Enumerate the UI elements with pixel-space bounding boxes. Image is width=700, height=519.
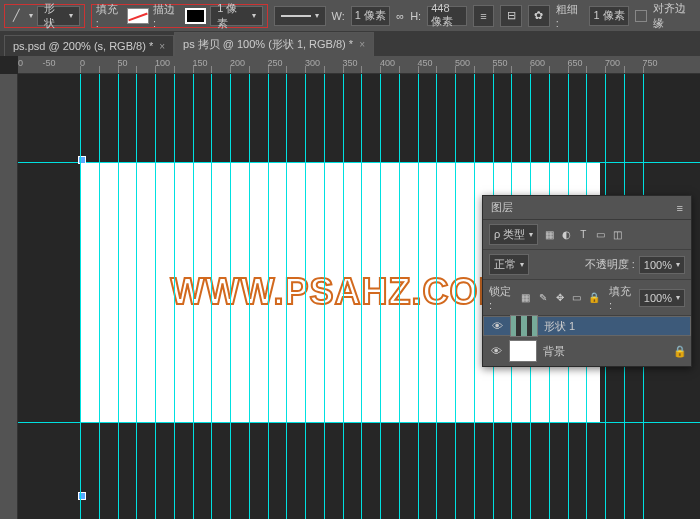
options-bar: ╱ ▾ 形状▾ 填充 : 描边 : 1 像素▾ ▾ W: 1 像素 ∞ H: 4… [0, 0, 700, 32]
guide-vertical[interactable] [474, 74, 475, 519]
solid-line-icon [281, 15, 311, 17]
fill-stroke-group: 填充 : 描边 : 1 像素▾ [91, 4, 268, 28]
stroke-size-select[interactable]: 1 像素▾ [210, 6, 262, 26]
guide-vertical[interactable] [324, 74, 325, 519]
align-icon[interactable]: ≡ [473, 5, 495, 27]
guide-vertical[interactable] [268, 74, 269, 519]
lock-label: 锁定 : [489, 284, 515, 311]
filter-type-select[interactable]: ρ 类型▾ [489, 224, 538, 245]
fill-opacity-label: 填充 : [609, 284, 635, 311]
height-input[interactable]: 448 像素 [427, 6, 466, 26]
lock-paint-icon[interactable]: ✎ [536, 291, 550, 305]
watermark-text: WWW.PSAHZ.COM [171, 271, 510, 313]
filter-adjust-icon[interactable]: ◐ [559, 228, 573, 242]
mode-select[interactable]: 形状▾ [37, 6, 80, 26]
layer-item-background[interactable]: 👁 背景 🔒 [483, 336, 691, 366]
document-tabs: ps.psd @ 200% (s, RGB/8) *× ps 拷贝 @ 100%… [0, 32, 700, 56]
filter-pixel-icon[interactable]: ▦ [542, 228, 556, 242]
fill-label: 填充 : [96, 2, 124, 29]
visibility-icon[interactable]: 👁 [490, 320, 504, 332]
tab-document-2[interactable]: ps 拷贝 @ 100% (形状 1, RGB/8) *× [174, 32, 374, 56]
guide-vertical[interactable] [418, 74, 419, 519]
fill-opacity-input[interactable]: 100%▾ [639, 289, 685, 307]
guide-vertical[interactable] [136, 74, 137, 519]
layers-header[interactable]: 图层 ≡ [483, 196, 691, 220]
guide-vertical[interactable] [436, 74, 437, 519]
lock-artboard-icon[interactable]: ▭ [570, 291, 584, 305]
guide-vertical[interactable] [193, 74, 194, 519]
guide-vertical[interactable] [305, 74, 306, 519]
close-icon[interactable]: × [159, 41, 165, 52]
guide-vertical[interactable] [230, 74, 231, 519]
gear-icon[interactable]: ✿ [528, 5, 550, 27]
layer-name[interactable]: 背景 [543, 344, 565, 359]
align-edges-checkbox[interactable] [635, 10, 647, 22]
guide-vertical[interactable] [380, 74, 381, 519]
line-tool-icon[interactable]: ╱ [9, 8, 25, 24]
ruler-horizontal[interactable]: -100-50050100150200250300350400450500550… [18, 56, 700, 74]
guide-vertical[interactable] [155, 74, 156, 519]
lock-position-icon[interactable]: ✥ [553, 291, 567, 305]
layers-panel[interactable]: 图层 ≡ ρ 类型▾ ▦ ◐ T ▭ ◫ 正常▾ 不透明度 : 100%▾ 锁定… [482, 195, 692, 367]
blend-mode-select[interactable]: 正常▾ [489, 254, 529, 275]
guide-vertical[interactable] [455, 74, 456, 519]
guide-vertical[interactable] [249, 74, 250, 519]
guide-vertical[interactable] [174, 74, 175, 519]
guide-vertical[interactable] [211, 74, 212, 519]
filter-smart-icon[interactable]: ◫ [610, 228, 624, 242]
stroke-label: 描边 : [153, 2, 181, 29]
guide-vertical[interactable] [361, 74, 362, 519]
opacity-input[interactable]: 100%▾ [639, 256, 685, 274]
guide-horizontal[interactable] [18, 422, 700, 423]
layer-item-shape1[interactable]: 👁 形状 1 [483, 316, 691, 336]
filter-type-icon[interactable]: T [576, 228, 590, 242]
layer-name[interactable]: 形状 1 [544, 319, 575, 334]
layer-thumbnail[interactable] [510, 315, 538, 337]
lock-row: 锁定 : ▦ ✎ ✥ ▭ 🔒 填充 : 100%▾ [483, 280, 691, 316]
guide-vertical[interactable] [99, 74, 100, 519]
stroke-type-select[interactable]: ▾ [274, 6, 326, 26]
blend-row: 正常▾ 不透明度 : 100%▾ [483, 250, 691, 280]
fill-swatch-none[interactable] [127, 8, 149, 24]
layer-thumbnail[interactable] [509, 340, 537, 362]
close-icon[interactable]: × [359, 39, 365, 50]
thickness-label: 粗细 : [556, 2, 584, 29]
lock-all-icon[interactable]: 🔒 [587, 291, 601, 305]
layers-filter-row: ρ 类型▾ ▦ ◐ T ▭ ◫ [483, 220, 691, 250]
guide-horizontal[interactable] [18, 162, 700, 163]
filter-shape-icon[interactable]: ▭ [593, 228, 607, 242]
width-input[interactable]: 1 像素 [351, 6, 390, 26]
guide-vertical[interactable] [118, 74, 119, 519]
guide-vertical[interactable] [286, 74, 287, 519]
w-label: W: [332, 10, 345, 22]
h-label: H: [410, 10, 421, 22]
guide-vertical[interactable] [343, 74, 344, 519]
lock-icon[interactable]: 🔒 [673, 345, 685, 358]
align-edges-label: 对齐边缘 [653, 1, 696, 31]
visibility-icon[interactable]: 👁 [489, 345, 503, 357]
tool-mode-group: ╱ ▾ 形状▾ [4, 4, 85, 28]
guide-vertical[interactable] [80, 74, 81, 519]
lock-pixels-icon[interactable]: ▦ [519, 291, 533, 305]
thickness-input[interactable]: 1 像素 [589, 6, 628, 26]
panel-menu-icon[interactable]: ≡ [677, 202, 683, 214]
link-icon[interactable]: ∞ [396, 10, 404, 22]
chevron-down-icon[interactable]: ▾ [29, 11, 33, 20]
tab-document-1[interactable]: ps.psd @ 200% (s, RGB/8) *× [4, 35, 174, 56]
arrange-icon[interactable]: ⊟ [500, 5, 522, 27]
opacity-label: 不透明度 : [585, 257, 635, 272]
layers-title: 图层 [491, 200, 513, 215]
ruler-vertical[interactable] [0, 74, 18, 519]
guide-vertical[interactable] [399, 74, 400, 519]
stroke-swatch[interactable] [185, 8, 207, 24]
